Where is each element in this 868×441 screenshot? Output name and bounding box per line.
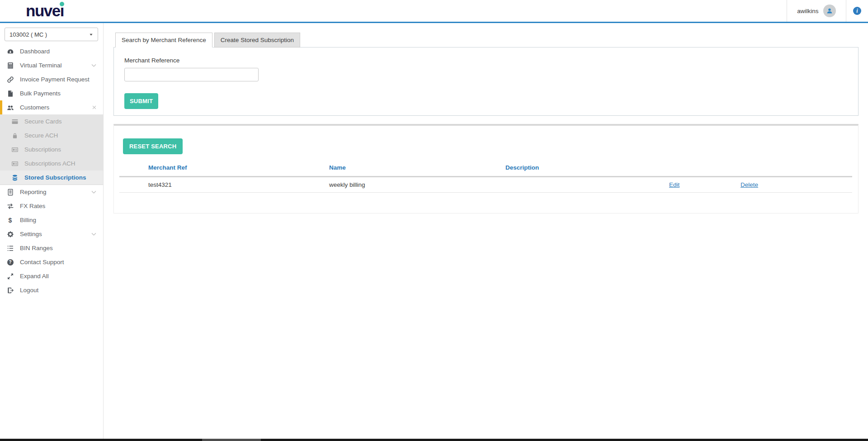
sidebar-item-bulk-payments[interactable]: Bulk Payments <box>0 86 103 100</box>
sidebar-item-subscriptions[interactable]: Subscriptions <box>0 142 103 156</box>
header-right: awilkins i <box>787 0 868 22</box>
username-label: awilkins <box>797 8 818 14</box>
sidebar-item-label: Settings <box>20 231 85 237</box>
caret-down-icon <box>89 33 93 37</box>
sidebar-item-label: Subscriptions ACH <box>24 160 75 167</box>
sidebar-item-label: Subscriptions <box>24 146 61 153</box>
nuvei-logo: nuvei <box>26 0 64 22</box>
chevron-down-icon <box>91 231 97 237</box>
sidebar-item-label: Secure ACH <box>24 132 58 139</box>
expand-icon <box>6 273 14 280</box>
customers-submenu: Secure Cards Secure ACH Subscriptions Su… <box>0 114 103 185</box>
sidebar-item-label: BIN Ranges <box>20 245 97 251</box>
reset-search-button[interactable]: RESET SEARCH <box>123 138 183 154</box>
chevron-down-icon <box>91 62 97 68</box>
scrollbar-thumb[interactable] <box>202 439 261 441</box>
link-icon <box>6 76 14 83</box>
merchant-reference-input[interactable] <box>124 68 259 81</box>
tab-label: Search by Merchant Reference <box>122 37 206 43</box>
search-panel: Merchant Reference SUBMIT <box>113 47 859 116</box>
sidebar-item-label: FX Rates <box>20 203 97 209</box>
list-icon <box>6 245 14 252</box>
sidebar-item-label: Invoice Payment Request <box>20 76 97 83</box>
sidebar-item-settings[interactable]: Settings <box>0 227 103 241</box>
chevron-down-icon <box>91 189 97 195</box>
sidebar-item-virtual-terminal[interactable]: Virtual Terminal <box>0 58 103 72</box>
merchant-account-select[interactable]: 103002 ( MC ) <box>5 28 98 41</box>
tab-label: Create Stored Subscription <box>221 37 294 43</box>
exchange-icon <box>6 203 14 210</box>
database-icon <box>11 174 19 181</box>
avatar[interactable] <box>823 5 836 17</box>
lock-icon <box>11 132 19 139</box>
column-header-description: Description <box>505 164 669 171</box>
edit-link[interactable]: Edit <box>669 181 679 188</box>
credit-card-icon <box>11 118 19 125</box>
sidebar-item-label: Dashboard <box>20 48 97 55</box>
main-content: Search by Merchant Reference Create Stor… <box>104 23 868 439</box>
calculator-icon <box>6 62 14 69</box>
sidebar-item-label: Contact Support <box>20 259 97 266</box>
tab-create-stored-subscription[interactable]: Create Stored Subscription <box>214 33 300 47</box>
sidebar-item-contact-support[interactable]: ? Contact Support <box>0 255 103 269</box>
sidebar-item-secure-cards[interactable]: Secure Cards <box>0 114 103 128</box>
info-icon: i <box>853 7 861 15</box>
merchant-account-value: 103002 ( MC ) <box>9 31 47 38</box>
sidebar-item-subscriptions-ach[interactable]: Subscriptions ACH <box>0 156 103 171</box>
tab-bar: Search by Merchant Reference Create Stor… <box>115 33 859 47</box>
column-header-name: Name <box>329 164 505 171</box>
sidebar-item-logout[interactable]: Logout <box>0 283 103 297</box>
sidebar-item-label: Billing <box>20 217 97 223</box>
users-icon <box>6 104 14 111</box>
subscription-icon <box>11 146 19 153</box>
file-icon <box>6 90 14 97</box>
cell-name: weekly billing <box>329 181 505 188</box>
sidebar-item-bin-ranges[interactable]: BIN Ranges <box>0 241 103 255</box>
delete-link[interactable]: Delete <box>741 181 758 188</box>
user-menu[interactable]: awilkins <box>787 0 846 22</box>
sidebar-item-reporting[interactable]: Reporting <box>0 185 103 199</box>
close-icon[interactable] <box>92 105 97 110</box>
sidebar-item-label: Expand All <box>20 273 97 280</box>
sidebar-item-dashboard[interactable]: Dashboard <box>0 44 103 58</box>
sidebar-item-label: Customers <box>20 104 86 111</box>
sidebar-item-label: Virtual Terminal <box>20 62 85 69</box>
sidebar-item-expand-all[interactable]: Expand All <box>0 269 103 283</box>
gear-icon <box>6 231 14 238</box>
sidebar-item-stored-subscriptions[interactable]: Stored Subscriptions <box>0 171 103 185</box>
tab-search-by-merchant-reference[interactable]: Search by Merchant Reference <box>115 33 212 47</box>
sidebar-item-fx-rates[interactable]: FX Rates <box>0 199 103 213</box>
bottom-scrollbar[interactable] <box>0 439 868 441</box>
sidebar: 103002 ( MC ) Dashboard Virtual Terminal… <box>0 23 104 439</box>
sidebar-item-label: Logout <box>20 287 97 294</box>
column-header-merchant-ref: Merchant Ref <box>119 164 329 171</box>
question-icon: ? <box>6 259 14 266</box>
sidebar-item-label: Reporting <box>20 189 85 195</box>
sidebar-item-customers[interactable]: Customers <box>0 100 103 114</box>
dollar-icon: $ <box>6 217 14 223</box>
subscriptions-table: Merchant Ref Name Description test4321 w… <box>119 164 852 193</box>
sidebar-item-label: Bulk Payments <box>20 90 97 97</box>
sidebar-item-label: Secure Cards <box>24 118 62 125</box>
logo-dot <box>60 2 64 6</box>
table-header-row: Merchant Ref Name Description <box>119 164 852 176</box>
subscription-icon <box>11 160 19 167</box>
merchant-reference-label: Merchant Reference <box>124 57 858 64</box>
help-button[interactable]: i <box>846 0 868 22</box>
table-row: test4321 weekly billing Edit Delete <box>119 177 852 193</box>
submit-button[interactable]: SUBMIT <box>124 93 158 109</box>
logout-icon <box>6 287 14 294</box>
sidebar-item-label: Stored Subscriptions <box>24 174 86 181</box>
sidebar-item-billing[interactable]: $ Billing <box>0 213 103 227</box>
cell-merchant-ref: test4321 <box>119 181 329 188</box>
sidebar-item-invoice-payment-request[interactable]: Invoice Payment Request <box>0 72 103 86</box>
sidebar-item-secure-ach[interactable]: Secure ACH <box>0 128 103 142</box>
dashboard-icon <box>6 48 14 55</box>
top-header: nuvei awilkins i <box>0 0 868 23</box>
report-icon <box>6 189 14 196</box>
nuvei-logo-text: nuvei <box>26 2 64 19</box>
results-panel: RESET SEARCH Merchant Ref Name Descripti… <box>113 124 859 213</box>
person-icon <box>826 7 833 14</box>
